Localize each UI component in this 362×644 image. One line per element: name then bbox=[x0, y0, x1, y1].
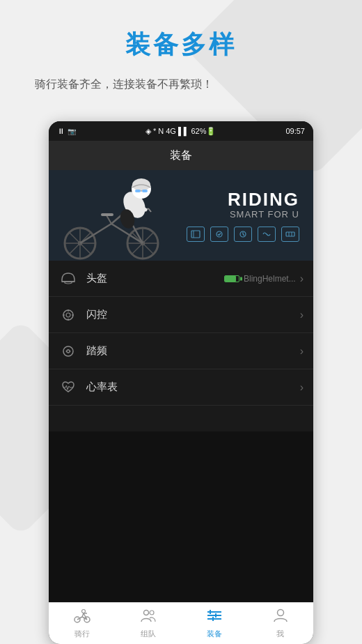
tab-cycling-label: 骑行 bbox=[74, 629, 90, 639]
bluetooth-icon: * bbox=[153, 127, 156, 135]
flash-label: 闪控 bbox=[86, 308, 296, 321]
hero-smart-text: SMART FOR U bbox=[187, 209, 299, 220]
svg-rect-35 bbox=[286, 232, 294, 236]
chevron-right-icon-4: › bbox=[300, 381, 304, 394]
tab-team-icon bbox=[140, 608, 157, 627]
svg-rect-24 bbox=[135, 190, 141, 192]
tab-team[interactable]: 组队 bbox=[115, 603, 181, 644]
tab-me[interactable]: 我 bbox=[247, 603, 313, 644]
helmet-status: BlingHelmet... bbox=[224, 274, 296, 284]
chevron-right-icon-3: › bbox=[300, 345, 304, 358]
pause-icon: ⏸ bbox=[57, 127, 65, 135]
hero-feature-icons bbox=[187, 227, 299, 242]
nav-title: 装备 bbox=[170, 148, 192, 163]
svg-point-45 bbox=[63, 346, 73, 356]
tab-me-label: 我 bbox=[276, 629, 284, 639]
chevron-right-icon-2: › bbox=[300, 309, 304, 321]
cyclist-image bbox=[52, 174, 171, 261]
tab-cycling-icon bbox=[74, 608, 90, 627]
heartrate-label: 心率表 bbox=[86, 381, 296, 394]
helmet-icon bbox=[58, 269, 78, 289]
page-description: 骑行装备齐全，连接装备不再繁琐！ bbox=[28, 75, 334, 93]
svg-point-58 bbox=[277, 610, 283, 616]
feature-icon-3[interactable] bbox=[234, 227, 252, 242]
status-left-icons: ⏸ 📷 bbox=[57, 127, 76, 135]
clock: 09:57 bbox=[285, 127, 305, 135]
svg-rect-29 bbox=[191, 231, 200, 238]
hero-text-area: RIDING SMART FOR U bbox=[187, 189, 299, 242]
svg-point-51 bbox=[150, 611, 154, 615]
helmet-device-name: BlingHelmet... bbox=[244, 274, 296, 284]
cadence-label: 踏频 bbox=[86, 344, 296, 358]
tab-bar: 骑行 组队 装备 我 bbox=[49, 602, 313, 644]
feature-icon-2[interactable] bbox=[210, 227, 228, 242]
camera-icon: 📷 bbox=[68, 128, 76, 135]
page-title: 装备多样 bbox=[28, 28, 334, 62]
phone-frame: ⏸ 📷 ◈ * N 4G ▌▌ 62%🔋 09:57 装备 bbox=[49, 121, 313, 644]
battery-icon: 62%🔋 bbox=[191, 127, 216, 136]
top-section: 装备多样 骑行装备齐全，连接装备不再繁琐！ bbox=[0, 0, 362, 107]
tab-equipment-icon bbox=[206, 608, 223, 627]
signal-bars-icon: ▌▌ bbox=[178, 127, 189, 135]
tab-me-icon bbox=[272, 608, 289, 627]
feature-icon-5[interactable] bbox=[281, 227, 299, 242]
battery-indicator bbox=[224, 275, 239, 282]
flash-icon bbox=[58, 305, 78, 325]
svg-point-39 bbox=[63, 310, 73, 320]
svg-rect-20 bbox=[101, 213, 113, 216]
svg-rect-25 bbox=[142, 190, 148, 192]
chevron-right-icon: › bbox=[300, 273, 304, 285]
equip-item-flash[interactable]: 闪控 › bbox=[49, 297, 313, 333]
heartrate-icon bbox=[58, 378, 78, 397]
svg-point-50 bbox=[143, 611, 148, 615]
svg-point-49 bbox=[81, 610, 85, 613]
hero-banner: RIDING SMART FOR U bbox=[49, 170, 313, 261]
page-wrapper: 装备多样 骑行装备齐全，连接装备不再繁琐！ ⏸ 📷 ◈ * N 4G ▌▌ 62… bbox=[0, 0, 362, 644]
tab-equipment-label: 装备 bbox=[207, 629, 222, 639]
svg-line-34 bbox=[243, 234, 244, 236]
feature-icon-4[interactable] bbox=[258, 227, 276, 242]
equip-item-heartrate[interactable]: 心率表 › bbox=[49, 369, 313, 406]
tab-cycling[interactable]: 骑行 bbox=[49, 603, 115, 644]
location-icon: ◈ bbox=[145, 127, 151, 136]
empty-space bbox=[49, 431, 313, 602]
status-center-icons: ◈ * N 4G ▌▌ 62%🔋 bbox=[145, 127, 217, 136]
svg-line-18 bbox=[148, 208, 151, 212]
svg-line-19 bbox=[107, 215, 111, 224]
status-bar: ⏸ 📷 ◈ * N 4G ▌▌ 62%🔋 09:57 bbox=[49, 121, 313, 141]
nav-bar: 装备 bbox=[49, 141, 313, 170]
feature-icon-1[interactable] bbox=[187, 227, 205, 242]
svg-point-46 bbox=[67, 350, 70, 353]
hero-riding-text: RIDING bbox=[187, 189, 299, 210]
cadence-icon bbox=[58, 342, 78, 361]
signal-icon: 4G bbox=[166, 127, 176, 135]
equip-item-cadence[interactable]: 踏频 › bbox=[49, 333, 313, 369]
equip-item-helmet[interactable]: 头盔 BlingHelmet... › bbox=[49, 261, 313, 297]
tab-team-label: 组队 bbox=[141, 629, 156, 639]
equipment-list: 头盔 BlingHelmet... › 闪控 › bbox=[49, 261, 313, 431]
svg-point-40 bbox=[66, 313, 70, 317]
tab-equipment[interactable]: 装备 bbox=[181, 603, 247, 644]
helmet-label: 头盔 bbox=[86, 272, 224, 285]
wifi-icon: N bbox=[158, 127, 164, 135]
